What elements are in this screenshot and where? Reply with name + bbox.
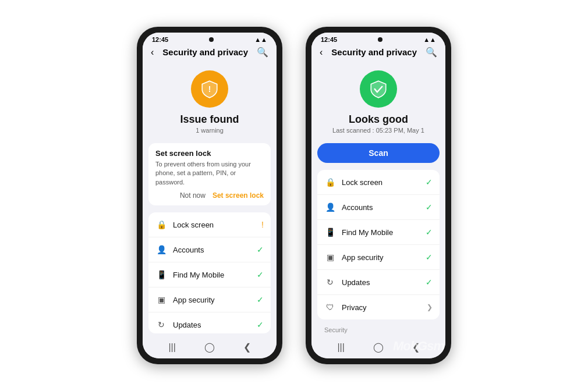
menu-item-lock-screen-2[interactable]: 🔒 Lock screen ✓	[317, 170, 440, 195]
status-title-2: Looks good	[349, 113, 408, 126]
status-bar-1: 12:45 ▲▲	[143, 33, 277, 44]
menu-item-updates-2[interactable]: ↻ Updates ✓	[317, 270, 440, 295]
lock-screen-check-2: ✓	[426, 177, 433, 187]
not-now-button[interactable]: Not now	[180, 191, 206, 200]
bottom-nav-2: ||| ◯ ❮	[311, 337, 445, 358]
refresh-icon-2: ↻	[324, 276, 336, 288]
phone-1: 12:45 ▲▲ ‹ Security and privacy 🔍	[137, 27, 282, 364]
status-section-2: Looks good Last scanned : 05:23 PM, May …	[311, 61, 445, 140]
person-icon-1: 👤	[155, 244, 167, 255]
appsecurity-label-1: App security	[173, 296, 251, 304]
privacy-label-2: Privacy	[342, 303, 421, 312]
apps-icon-2: ▣	[324, 251, 336, 263]
warning-actions-1: Not now Set screen lock	[155, 191, 264, 200]
signal-icons-2: ▲▲	[423, 36, 436, 43]
home-button-2[interactable]: ◯	[373, 342, 384, 353]
accounts-check-1: ✓	[257, 245, 264, 254]
svg-text:!: !	[208, 84, 211, 94]
findmymobile-check-2: ✓	[426, 228, 433, 237]
menu-list-2: 🔒 Lock screen ✓ 👤 Accounts ✓ 📱 Find My M…	[317, 170, 440, 319]
menu-item-privacy-2[interactable]: 🛡 Privacy ❯	[317, 295, 440, 319]
menu-item-updates-1[interactable]: ↻ Updates ✓	[148, 312, 271, 333]
page-title-1: Security and privacy	[162, 47, 248, 57]
search-icon-2[interactable]: 🔍	[426, 47, 437, 58]
page-title-2: Security and privacy	[331, 47, 417, 57]
status-title-1: Issue found	[180, 113, 239, 126]
updates-label-2: Updates	[342, 278, 420, 287]
warning-title-1: Set screen lock	[155, 149, 264, 158]
lock-screen-label-2: Lock screen	[342, 178, 420, 187]
top-bar-1: ‹ Security and privacy 🔍	[143, 44, 277, 61]
status-bar-2: 12:45 ▲▲	[311, 33, 445, 44]
phone-2-inner: 12:45 ▲▲ ‹ Security and privacy 🔍	[311, 33, 445, 358]
warning-desc-1: To prevent others from using your phone,…	[155, 160, 264, 187]
appsecurity-check-2: ✓	[426, 253, 433, 262]
accounts-label-2: Accounts	[342, 203, 420, 212]
accounts-check-2: ✓	[426, 202, 433, 212]
privacy-chevron-2: ❯	[427, 303, 433, 311]
updates-check-1: ✓	[257, 320, 264, 329]
time-2: 12:45	[321, 36, 337, 43]
menu-item-accounts-2[interactable]: 👤 Accounts ✓	[317, 195, 440, 220]
content-2: Looks good Last scanned : 05:23 PM, May …	[311, 61, 445, 337]
back-nav-button-1[interactable]: ❮	[243, 342, 251, 353]
appsecurity-label-2: App security	[342, 253, 420, 262]
status-subtitle-1: 1 warning	[196, 127, 224, 134]
lock-icon-2: 🔒	[324, 176, 336, 188]
lock-icon-1: 🔒	[155, 219, 167, 230]
back-button-1[interactable]: ‹	[151, 47, 154, 58]
phone-1-inner: 12:45 ▲▲ ‹ Security and privacy 🔍	[143, 33, 277, 358]
person-icon-2: 👤	[324, 201, 336, 213]
top-bar-2: ‹ Security and privacy 🔍	[311, 44, 445, 61]
set-screen-lock-button[interactable]: Set screen lock	[212, 191, 264, 200]
status-icon-2	[360, 70, 397, 108]
status-subtitle-2: Last scanned : 05:23 PM, May 1	[332, 127, 424, 134]
camera-dot-1	[209, 37, 214, 42]
shield-icon-2: 🛡	[324, 301, 336, 313]
appsecurity-check-1: ✓	[257, 295, 264, 304]
updates-check-2: ✓	[426, 278, 433, 287]
signal-icons-1: ▲▲	[254, 36, 267, 43]
accounts-label-1: Accounts	[173, 246, 251, 254]
refresh-icon-1: ↻	[155, 319, 167, 330]
findmymobile-check-1: ✓	[257, 270, 264, 279]
phone-2: 12:45 ▲▲ ‹ Security and privacy 🔍	[306, 27, 451, 364]
menu-item-lock-screen-1[interactable]: 🔒 Lock screen !	[148, 212, 271, 237]
updates-label-1: Updates	[173, 321, 251, 329]
recent-button-2[interactable]: |||	[337, 342, 344, 353]
lock-screen-label-1: Lock screen	[173, 221, 256, 229]
menu-item-findmymobile-1[interactable]: 📱 Find My Mobile ✓	[148, 262, 271, 287]
mobile-icon-2: 📱	[324, 226, 336, 238]
findmymobile-label-1: Find My Mobile	[173, 271, 251, 279]
bottom-nav-1: ||| ◯ ❮	[143, 337, 277, 358]
scan-button[interactable]: Scan	[317, 143, 440, 163]
home-button-1[interactable]: ◯	[204, 342, 215, 353]
back-nav-button-2[interactable]: ❮	[412, 342, 420, 353]
phones-container: 12:45 ▲▲ ‹ Security and privacy 🔍	[137, 27, 451, 364]
lock-warn-indicator-1: !	[261, 220, 264, 229]
apps-icon-1: ▣	[155, 294, 167, 305]
time-1: 12:45	[152, 36, 168, 43]
security-section-label: Security	[311, 323, 445, 335]
menu-item-appsecurity-2[interactable]: ▣ App security ✓	[317, 245, 440, 270]
mobile-icon-1: 📱	[155, 269, 167, 280]
menu-item-accounts-1[interactable]: 👤 Accounts ✓	[148, 237, 271, 262]
camera-dot-2	[378, 37, 382, 42]
findmymobile-label-2: Find My Mobile	[342, 228, 420, 237]
recent-button-1[interactable]: |||	[168, 342, 175, 353]
menu-item-findmymobile-2[interactable]: 📱 Find My Mobile ✓	[317, 220, 440, 245]
search-icon-1[interactable]: 🔍	[257, 47, 268, 58]
warning-box-1: Set screen lock To prevent others from u…	[148, 143, 271, 205]
status-section-1: ! Issue found 1 warning	[143, 61, 277, 140]
content-1: ! Issue found 1 warning Set screen lock …	[143, 61, 277, 337]
menu-list-1: 🔒 Lock screen ! 👤 Accounts ✓ 📱 Find My M…	[148, 212, 271, 333]
status-icon-1: !	[191, 70, 228, 108]
back-button-2[interactable]: ‹	[320, 47, 323, 58]
menu-item-appsecurity-1[interactable]: ▣ App security ✓	[148, 287, 271, 312]
